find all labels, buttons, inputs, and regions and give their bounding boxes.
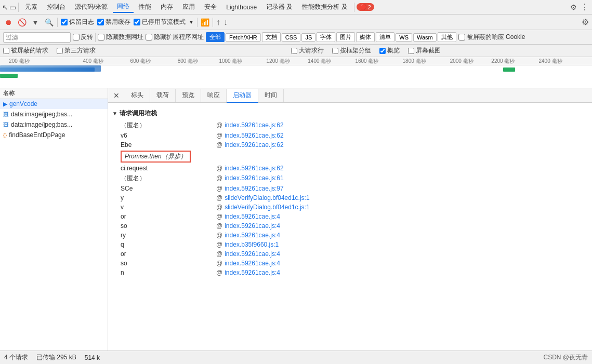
- filter-wasm[interactable]: Wasm: [413, 33, 437, 42]
- tab-headers[interactable]: 标头: [125, 89, 150, 102]
- screenshot-cb[interactable]: [408, 48, 414, 54]
- call-link-13[interactable]: index.59261cae.js:4: [225, 250, 280, 258]
- filter-toggle-btn[interactable]: ▼: [30, 17, 41, 28]
- call-at-4: @: [216, 165, 222, 172]
- tab-initiator[interactable]: 启动器: [227, 89, 258, 103]
- call-link-14[interactable]: index.59261cae.js:4: [225, 260, 280, 267]
- call-link-1[interactable]: index.59261cae.js:62: [225, 132, 283, 139]
- tab-source[interactable]: 源代码/来源: [71, 2, 112, 12]
- tab-elements[interactable]: 元素: [21, 2, 42, 12]
- blocked-cookies-label[interactable]: 被屏蔽的响应 Cookie: [458, 33, 525, 42]
- filter-media[interactable]: 媒体: [356, 32, 375, 42]
- blocked-requests-label[interactable]: 被屏蔽的请求: [3, 46, 48, 55]
- call-link-15[interactable]: index.59261cae.js:4: [225, 269, 280, 276]
- filter-all[interactable]: 全部: [206, 32, 225, 42]
- hide-data-urls-label[interactable]: 隐藏数据网址: [98, 33, 143, 42]
- pointer-icon[interactable]: ↖: [2, 3, 8, 11]
- call-link-9[interactable]: index.59261cae.js:4: [225, 213, 280, 220]
- call-link-8[interactable]: slideVerifyDialog.bf04ed1c.js:1: [225, 204, 309, 211]
- call-name-11: ry: [121, 232, 214, 239]
- clear-btn[interactable]: 🚫: [17, 17, 27, 28]
- third-party-cb[interactable]: [57, 48, 63, 54]
- callstack-header[interactable]: ▼ 请求调用堆栈: [108, 107, 592, 120]
- tab-preview[interactable]: 预览: [176, 89, 201, 102]
- tab-timing[interactable]: 时间: [258, 89, 284, 102]
- overview-label[interactable]: 概览: [379, 46, 400, 55]
- tab-network[interactable]: 网络: [113, 1, 134, 13]
- disable-cache-label[interactable]: 禁用缓存: [97, 18, 130, 26]
- blocked-requests-cb[interactable]: [3, 48, 9, 54]
- tab-performance[interactable]: 性能: [135, 2, 155, 12]
- preserve-log-text: 保留日志: [69, 18, 94, 26]
- filter-css[interactable]: CSS: [282, 33, 301, 42]
- disable-cache-checkbox[interactable]: [97, 19, 104, 25]
- preserve-log-checkbox[interactable]: [61, 19, 68, 25]
- download-icon[interactable]: ↓: [223, 18, 228, 27]
- request-item-0[interactable]: ▶ genVcode: [0, 99, 108, 109]
- timeline: 200 毫秒 400 毫秒 600 毫秒 800 毫秒 1000 毫秒 1200…: [0, 57, 592, 88]
- filter-input[interactable]: [3, 32, 71, 43]
- tab-security[interactable]: 安全: [200, 2, 221, 12]
- request-item-3[interactable]: {} findBaseEntDpPage: [0, 130, 108, 140]
- tab-perfdata[interactable]: 性能数据分析 及: [298, 2, 351, 12]
- filter-font[interactable]: 字体: [317, 32, 335, 42]
- tab-application[interactable]: 应用: [178, 2, 199, 12]
- big-rows-cb[interactable]: [291, 48, 297, 54]
- tab-recorder[interactable]: 记录器 及: [262, 2, 297, 12]
- call-link-6[interactable]: index.59261cae.js:97: [225, 185, 283, 192]
- call-link-2[interactable]: index.59261cae.js:62: [225, 141, 283, 149]
- devtools-more[interactable]: ⋮: [580, 2, 590, 12]
- group-by-frame-cb[interactable]: [332, 48, 338, 54]
- tab-lighthouse[interactable]: Lighthouse: [222, 3, 261, 12]
- hide-ext-url-cb[interactable]: [146, 34, 152, 41]
- stop-recording-btn[interactable]: ⏺: [3, 17, 14, 28]
- screenshot-label[interactable]: 屏幕截图: [408, 46, 441, 55]
- request-item-2[interactable]: 🖼 data:image/jpeg;bas...: [0, 119, 108, 130]
- close-detail-btn[interactable]: ✕: [110, 90, 123, 101]
- overview-cb[interactable]: [379, 48, 386, 54]
- tab-payload[interactable]: 载荷: [150, 89, 176, 102]
- filter-fetch[interactable]: Fetch/XHR: [226, 33, 261, 42]
- devtools-gear[interactable]: ⚙: [568, 2, 578, 12]
- wifi-icon[interactable]: 📶: [201, 18, 209, 26]
- filter-manifest[interactable]: 清单: [376, 32, 394, 42]
- reverse-filter-label[interactable]: 反转: [73, 33, 93, 42]
- call-link-5[interactable]: index.59261cae.js:61: [225, 174, 283, 182]
- tab-response[interactable]: 响应: [201, 89, 227, 102]
- preserve-log-label[interactable]: 保留日志: [61, 18, 94, 26]
- call-link-11[interactable]: index.59261cae.js:4: [225, 232, 280, 239]
- reverse-filter-checkbox[interactable]: [73, 34, 80, 41]
- filter-ws[interactable]: WS: [396, 33, 412, 42]
- call-link-10[interactable]: index.59261cae.js:4: [225, 222, 280, 230]
- ruler-mark-9: 2000 毫秒: [450, 58, 473, 65]
- network-settings-btn[interactable]: ⚙: [582, 17, 589, 27]
- call-link-0[interactable]: index.59261cae.js:62: [225, 122, 283, 129]
- call-link-7[interactable]: slideVerifyDialog.bf04ed1c.js:1: [225, 194, 309, 201]
- blocked-cookies-cb[interactable]: [458, 34, 465, 41]
- call-link-4[interactable]: index.59261cae.js:62: [225, 165, 283, 172]
- tab-memory[interactable]: 内存: [156, 2, 177, 12]
- hide-ext-url-label[interactable]: 隐藏扩展程序网址: [146, 33, 204, 42]
- upload-icon[interactable]: ↑: [216, 18, 220, 27]
- hide-data-urls-cb[interactable]: [98, 34, 104, 41]
- search-btn[interactable]: 🔍: [44, 17, 54, 28]
- tab-console[interactable]: 控制台: [43, 2, 70, 12]
- call-name-14: so: [121, 260, 214, 267]
- group-by-frame-label[interactable]: 按框架分组: [332, 46, 371, 55]
- mobile-icon[interactable]: ▭: [9, 3, 16, 11]
- filter-img[interactable]: 图片: [336, 32, 355, 42]
- request-item-1[interactable]: 🖼 data:image/jpeg;bas...: [0, 109, 108, 119]
- big-rows-label[interactable]: 大请求行: [291, 46, 324, 55]
- filter-doc[interactable]: 文档: [262, 32, 281, 42]
- throttle-checkbox[interactable]: [134, 19, 140, 25]
- filter-other[interactable]: 其他: [438, 32, 456, 42]
- filter-js[interactable]: JS: [301, 33, 315, 42]
- third-party-label[interactable]: 第三方请求: [57, 46, 96, 55]
- sep2: [197, 18, 198, 27]
- call-link-12[interactable]: index.b35f9660.js:1: [225, 241, 279, 248]
- call-at-5: @: [216, 174, 222, 182]
- throttle-dropdown[interactable]: ▼: [189, 19, 194, 25]
- call-item-5: （匿名） @ index.59261cae.js:61: [108, 173, 592, 184]
- throttle-label[interactable]: 已停用节流模式: [134, 18, 186, 26]
- call-at-10: @: [216, 222, 222, 230]
